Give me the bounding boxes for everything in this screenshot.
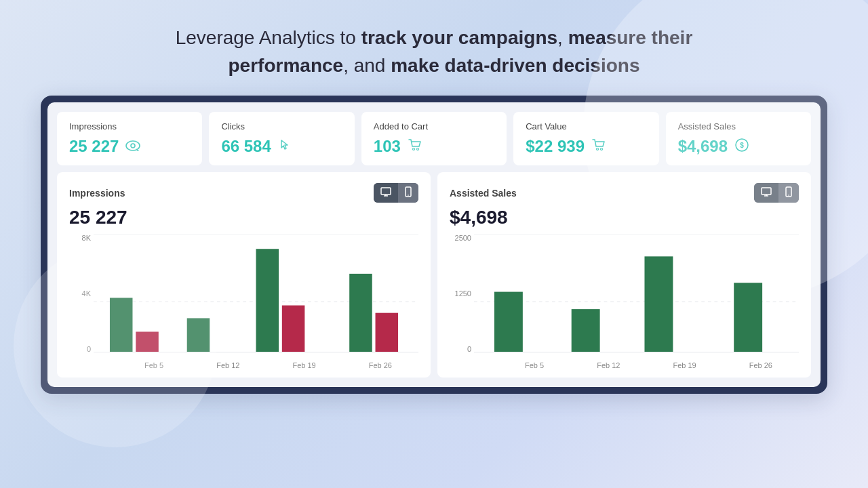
stat-label: Cart Value (526, 121, 646, 131)
stat-value-clicks: 66 584 (221, 137, 271, 156)
charts-row: Impressions 25 227 8K 4K (47, 172, 821, 387)
stat-value-impressions: 25 227 (69, 137, 119, 156)
stat-card-assisted-sales: Assisted Sales $4,698 $ (666, 112, 811, 165)
dashboard-wrapper: Impressions 25 227 Clicks 66 584 (41, 96, 827, 394)
y-label-4k: 4K (82, 289, 91, 298)
svg-rect-20 (256, 249, 279, 352)
x-label-feb26-sales: Feb 26 (749, 361, 772, 369)
svg-point-6 (600, 148, 602, 150)
impressions-toggle[interactable] (374, 183, 418, 203)
impressions-desktop-toggle[interactable] (374, 183, 398, 203)
svg-rect-25 (762, 188, 771, 195)
impressions-chart-area: 8K 4K 0 (69, 234, 418, 369)
svg-rect-17 (110, 298, 133, 352)
svg-rect-34 (572, 309, 600, 352)
stat-card-clicks: Clicks 66 584 (209, 112, 354, 165)
impressions-big-value: 25 227 (69, 207, 418, 228)
svg-point-5 (596, 148, 598, 150)
assisted-sales-big-value: $4,698 (450, 207, 799, 228)
svg-point-0 (126, 141, 140, 150)
svg-rect-19 (187, 319, 210, 352)
assisted-sales-chart-card: Assisted Sales $4,698 2500 1250 (437, 172, 811, 378)
x-label-feb5: Feb 5 (144, 361, 163, 369)
assisted-desktop-toggle[interactable] (754, 183, 778, 203)
x-label-feb19: Feb 19 (292, 361, 315, 369)
svg-point-1 (131, 144, 135, 148)
y-label-0: 0 (87, 345, 91, 353)
stat-value-assisted-sales: $4,698 (678, 137, 728, 156)
y-label-2500: 2500 (455, 234, 471, 242)
header-line2: performance, and make data-driven decisi… (229, 55, 640, 76)
dashboard-inner: Impressions 25 227 Clicks 66 584 (47, 102, 821, 387)
assisted-sales-chart-title: Assisted Sales (450, 188, 517, 199)
y-label-8k: 8K (82, 234, 91, 242)
y-label-0-sales: 0 (467, 345, 471, 353)
stat-cards-row: Impressions 25 227 Clicks 66 584 (47, 102, 821, 172)
stat-value-cart-value: $22 939 (526, 137, 585, 156)
svg-point-13 (408, 195, 409, 196)
stat-card-impressions: Impressions 25 227 (57, 112, 202, 165)
svg-point-29 (788, 195, 789, 196)
assisted-mobile-toggle[interactable] (778, 183, 799, 203)
clicks-icon (278, 138, 292, 155)
svg-text:$: $ (740, 142, 744, 149)
x-label-feb5-sales: Feb 5 (525, 361, 544, 369)
assisted-sales-chart-area: 2500 1250 0 (450, 234, 799, 369)
cart-icon (408, 138, 422, 155)
header-text: Leverage Analytics to track your campaig… (0, 0, 868, 96)
stat-card-added-to-cart: Added to Cart 103 (361, 112, 507, 165)
cart-value-icon (591, 138, 606, 155)
stat-card-cart-value: Cart Value $22 939 (513, 112, 658, 165)
impressions-chart-card: Impressions 25 227 8K 4K (57, 172, 431, 378)
svg-rect-9 (381, 188, 391, 195)
x-label-feb12: Feb 12 (216, 361, 239, 369)
svg-rect-18 (136, 332, 159, 352)
impressions-icon (125, 139, 140, 155)
svg-rect-21 (282, 306, 305, 352)
stat-value-added-to-cart: 103 (374, 137, 401, 156)
svg-point-4 (416, 148, 418, 150)
svg-point-3 (412, 148, 414, 150)
svg-rect-35 (644, 257, 673, 352)
impressions-mobile-toggle[interactable] (398, 183, 418, 203)
x-label-feb19-sales: Feb 19 (673, 361, 696, 369)
stat-label: Added to Cart (374, 121, 494, 131)
svg-rect-36 (734, 283, 762, 352)
assisted-sales-icon: $ (734, 138, 749, 156)
svg-rect-22 (349, 274, 372, 352)
x-label-feb26: Feb 26 (369, 361, 392, 369)
stat-label: Impressions (69, 121, 190, 131)
y-label-1250: 1250 (455, 289, 471, 298)
svg-rect-23 (376, 313, 399, 352)
impressions-chart-title: Impressions (69, 188, 125, 199)
assisted-sales-toggle[interactable] (754, 183, 799, 203)
svg-rect-33 (494, 292, 523, 352)
x-label-feb12-sales: Feb 12 (597, 361, 620, 369)
stat-label: Clicks (221, 121, 342, 131)
stat-label: Assisted Sales (678, 121, 799, 131)
header-line1: Leverage Analytics to track your campaig… (176, 27, 693, 48)
